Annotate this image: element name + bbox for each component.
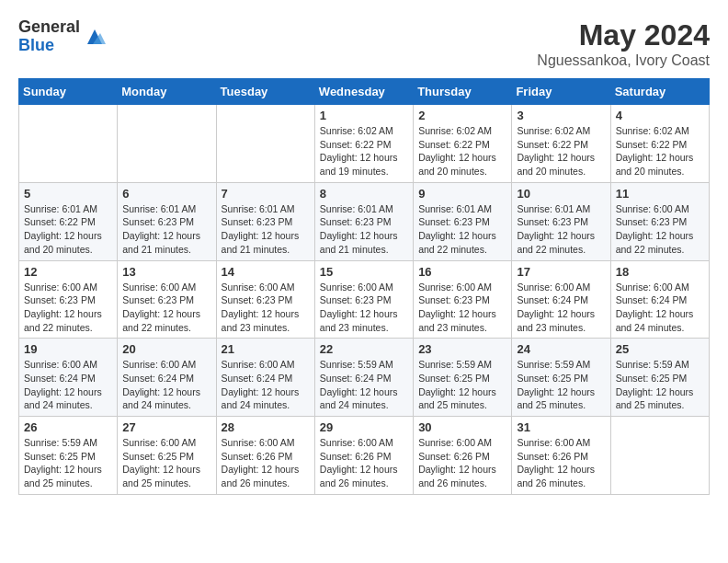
day-info: Sunrise: 6:00 AM Sunset: 6:24 PM Dayligh… xyxy=(222,358,310,412)
day-number: 3 xyxy=(517,109,605,122)
day-info: Sunrise: 6:00 AM Sunset: 6:24 PM Dayligh… xyxy=(616,281,704,335)
day-info: Sunrise: 6:00 AM Sunset: 6:23 PM Dayligh… xyxy=(122,281,210,335)
day-number: 25 xyxy=(616,342,704,356)
day-info: Sunrise: 5:59 AM Sunset: 6:25 PM Dayligh… xyxy=(517,358,605,412)
calendar-cell xyxy=(118,105,216,183)
day-number: 10 xyxy=(517,187,605,201)
day-info: Sunrise: 6:00 AM Sunset: 6:26 PM Dayligh… xyxy=(320,436,408,490)
day-header-sunday: Sunday xyxy=(19,79,118,105)
day-info: Sunrise: 6:00 AM Sunset: 6:26 PM Dayligh… xyxy=(222,436,310,490)
calendar-cell: 10Sunrise: 6:01 AM Sunset: 6:23 PM Dayli… xyxy=(512,182,610,260)
day-info: Sunrise: 6:00 AM Sunset: 6:26 PM Dayligh… xyxy=(418,436,506,490)
day-info: Sunrise: 6:00 AM Sunset: 6:24 PM Dayligh… xyxy=(122,358,210,412)
day-info: Sunrise: 6:02 AM Sunset: 6:22 PM Dayligh… xyxy=(517,124,605,178)
logo: General Blue xyxy=(18,18,106,55)
day-number: 28 xyxy=(222,420,310,434)
day-number: 8 xyxy=(320,187,408,201)
day-number: 2 xyxy=(418,109,506,122)
calendar-cell: 15Sunrise: 6:00 AM Sunset: 6:23 PM Dayli… xyxy=(314,260,413,339)
calendar-cell: 9Sunrise: 6:01 AM Sunset: 6:23 PM Daylig… xyxy=(414,182,512,260)
calendar-cell: 18Sunrise: 6:00 AM Sunset: 6:24 PM Dayli… xyxy=(610,260,709,339)
day-number: 21 xyxy=(222,342,310,356)
day-number: 24 xyxy=(517,342,605,356)
logo-text: General Blue xyxy=(18,18,80,55)
logo-blue: Blue xyxy=(18,37,80,55)
day-number: 5 xyxy=(24,187,112,201)
calendar-cell: 20Sunrise: 6:00 AM Sunset: 6:24 PM Dayli… xyxy=(118,339,216,417)
day-header-tuesday: Tuesday xyxy=(216,79,314,105)
calendar-cell: 31Sunrise: 6:00 AM Sunset: 6:26 PM Dayli… xyxy=(512,417,610,495)
calendar-cell: 17Sunrise: 6:00 AM Sunset: 6:24 PM Dayli… xyxy=(512,260,610,339)
day-info: Sunrise: 6:01 AM Sunset: 6:23 PM Dayligh… xyxy=(122,202,210,257)
day-info: Sunrise: 6:01 AM Sunset: 6:23 PM Dayligh… xyxy=(222,202,310,257)
week-row-4: 19Sunrise: 6:00 AM Sunset: 6:24 PM Dayli… xyxy=(19,339,710,417)
calendar-cell: 16Sunrise: 6:00 AM Sunset: 6:23 PM Dayli… xyxy=(414,260,512,339)
day-number: 1 xyxy=(320,109,408,122)
day-header-wednesday: Wednesday xyxy=(314,79,413,105)
day-number: 12 xyxy=(24,265,112,279)
logo-icon xyxy=(84,26,106,48)
day-info: Sunrise: 6:01 AM Sunset: 6:23 PM Dayligh… xyxy=(418,202,506,257)
page: General Blue May 2024 Nguessankoa, Ivory… xyxy=(0,0,728,504)
day-info: Sunrise: 6:02 AM Sunset: 6:22 PM Dayligh… xyxy=(616,124,704,178)
day-number: 29 xyxy=(320,420,408,434)
day-number: 4 xyxy=(616,109,704,122)
calendar-cell: 12Sunrise: 6:00 AM Sunset: 6:23 PM Dayli… xyxy=(19,260,118,339)
calendar-cell: 28Sunrise: 6:00 AM Sunset: 6:26 PM Dayli… xyxy=(216,417,314,495)
day-number: 31 xyxy=(517,420,605,434)
calendar-cell: 8Sunrise: 6:01 AM Sunset: 6:23 PM Daylig… xyxy=(314,182,413,260)
week-row-1: 1Sunrise: 6:02 AM Sunset: 6:22 PM Daylig… xyxy=(19,105,710,183)
day-number: 9 xyxy=(418,187,506,201)
week-row-5: 26Sunrise: 5:59 AM Sunset: 6:25 PM Dayli… xyxy=(19,417,710,495)
day-number: 7 xyxy=(222,187,310,201)
day-number: 14 xyxy=(222,265,310,279)
day-info: Sunrise: 5:59 AM Sunset: 6:25 PM Dayligh… xyxy=(418,358,506,412)
calendar-cell: 7Sunrise: 6:01 AM Sunset: 6:23 PM Daylig… xyxy=(216,182,314,260)
calendar-cell xyxy=(19,105,118,183)
day-info: Sunrise: 5:59 AM Sunset: 6:25 PM Dayligh… xyxy=(24,436,112,490)
title-block: May 2024 Nguessankoa, Ivory Coast xyxy=(537,18,710,69)
week-row-2: 5Sunrise: 6:01 AM Sunset: 6:22 PM Daylig… xyxy=(19,182,710,260)
calendar-cell: 4Sunrise: 6:02 AM Sunset: 6:22 PM Daylig… xyxy=(610,105,709,183)
calendar-cell: 5Sunrise: 6:01 AM Sunset: 6:22 PM Daylig… xyxy=(19,182,118,260)
day-info: Sunrise: 6:00 AM Sunset: 6:26 PM Dayligh… xyxy=(517,436,605,490)
calendar-cell: 24Sunrise: 5:59 AM Sunset: 6:25 PM Dayli… xyxy=(512,339,610,417)
calendar-cell: 23Sunrise: 5:59 AM Sunset: 6:25 PM Dayli… xyxy=(414,339,512,417)
day-info: Sunrise: 6:01 AM Sunset: 6:23 PM Dayligh… xyxy=(320,202,408,257)
day-header-monday: Monday xyxy=(118,79,216,105)
header: General Blue May 2024 Nguessankoa, Ivory… xyxy=(18,18,710,69)
day-number: 27 xyxy=(122,420,210,434)
location-title: Nguessankoa, Ivory Coast xyxy=(537,52,710,69)
logo-general: General xyxy=(18,18,80,37)
day-number: 13 xyxy=(122,265,210,279)
day-number: 19 xyxy=(24,342,112,356)
calendar-cell: 6Sunrise: 6:01 AM Sunset: 6:23 PM Daylig… xyxy=(118,182,216,260)
day-info: Sunrise: 6:00 AM Sunset: 6:23 PM Dayligh… xyxy=(418,281,506,335)
calendar-cell: 11Sunrise: 6:00 AM Sunset: 6:23 PM Dayli… xyxy=(610,182,709,260)
week-row-3: 12Sunrise: 6:00 AM Sunset: 6:23 PM Dayli… xyxy=(19,260,710,339)
day-info: Sunrise: 6:02 AM Sunset: 6:22 PM Dayligh… xyxy=(418,124,506,178)
day-info: Sunrise: 6:02 AM Sunset: 6:22 PM Dayligh… xyxy=(320,124,408,178)
calendar-cell xyxy=(216,105,314,183)
day-header-thursday: Thursday xyxy=(414,79,512,105)
day-header-friday: Friday xyxy=(512,79,610,105)
day-number: 26 xyxy=(24,420,112,434)
day-number: 22 xyxy=(320,342,408,356)
day-info: Sunrise: 6:00 AM Sunset: 6:25 PM Dayligh… xyxy=(122,436,210,490)
calendar-cell: 13Sunrise: 6:00 AM Sunset: 6:23 PM Dayli… xyxy=(118,260,216,339)
day-number: 16 xyxy=(418,265,506,279)
day-number: 20 xyxy=(122,342,210,356)
day-number: 17 xyxy=(517,265,605,279)
calendar-cell: 30Sunrise: 6:00 AM Sunset: 6:26 PM Dayli… xyxy=(414,417,512,495)
day-info: Sunrise: 6:01 AM Sunset: 6:23 PM Dayligh… xyxy=(517,202,605,257)
calendar-cell: 3Sunrise: 6:02 AM Sunset: 6:22 PM Daylig… xyxy=(512,105,610,183)
day-info: Sunrise: 5:59 AM Sunset: 6:25 PM Dayligh… xyxy=(616,358,704,412)
day-info: Sunrise: 6:01 AM Sunset: 6:22 PM Dayligh… xyxy=(24,202,112,257)
month-title: May 2024 xyxy=(537,18,710,52)
day-number: 23 xyxy=(418,342,506,356)
day-info: Sunrise: 6:00 AM Sunset: 6:24 PM Dayligh… xyxy=(24,358,112,412)
calendar-cell: 14Sunrise: 6:00 AM Sunset: 6:23 PM Dayli… xyxy=(216,260,314,339)
calendar-cell: 27Sunrise: 6:00 AM Sunset: 6:25 PM Dayli… xyxy=(118,417,216,495)
days-header-row: SundayMondayTuesdayWednesdayThursdayFrid… xyxy=(19,79,710,105)
day-info: Sunrise: 6:00 AM Sunset: 6:23 PM Dayligh… xyxy=(616,202,704,257)
